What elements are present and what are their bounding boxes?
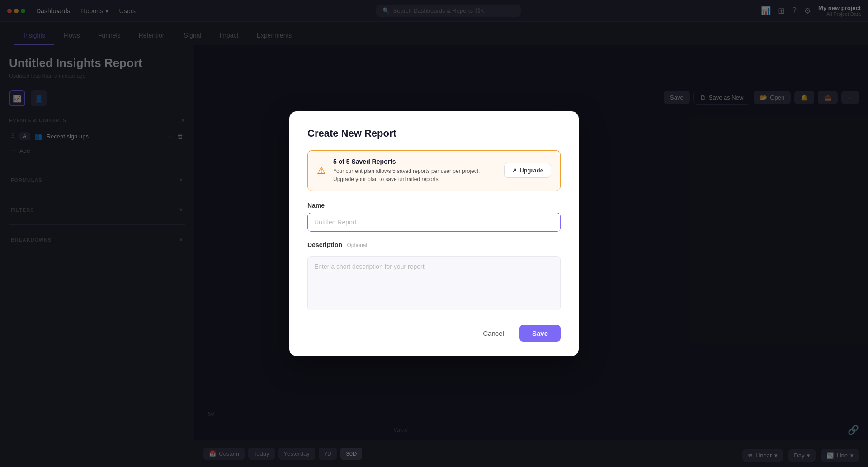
modal-overlay: Create New Report ⚠ 5 of 5 Saved Reports…	[0, 0, 868, 467]
description-label: Description	[307, 241, 342, 248]
save-report-button[interactable]: Save	[519, 325, 561, 342]
report-description-input[interactable]	[307, 256, 561, 310]
cancel-button[interactable]: Cancel	[473, 325, 514, 342]
description-label-row: Description Optional	[307, 241, 561, 249]
optional-label: Optional	[347, 242, 367, 248]
modal-title: Create New Report	[307, 128, 561, 139]
warning-description: Your current plan allows 5 saved reports…	[333, 167, 497, 183]
report-name-input[interactable]	[307, 213, 561, 232]
warning-icon: ⚠	[317, 165, 326, 176]
external-link-icon: ↗	[512, 167, 517, 174]
warning-box: ⚠ 5 of 5 Saved Reports Your current plan…	[307, 150, 561, 191]
name-label: Name	[307, 202, 561, 209]
create-report-modal: Create New Report ⚠ 5 of 5 Saved Reports…	[289, 111, 579, 356]
upgrade-button[interactable]: ↗ Upgrade	[504, 163, 551, 178]
warning-text: 5 of 5 Saved Reports Your current plan a…	[333, 158, 497, 183]
modal-footer: Cancel Save	[307, 325, 561, 342]
warning-title: 5 of 5 Saved Reports	[333, 158, 497, 165]
